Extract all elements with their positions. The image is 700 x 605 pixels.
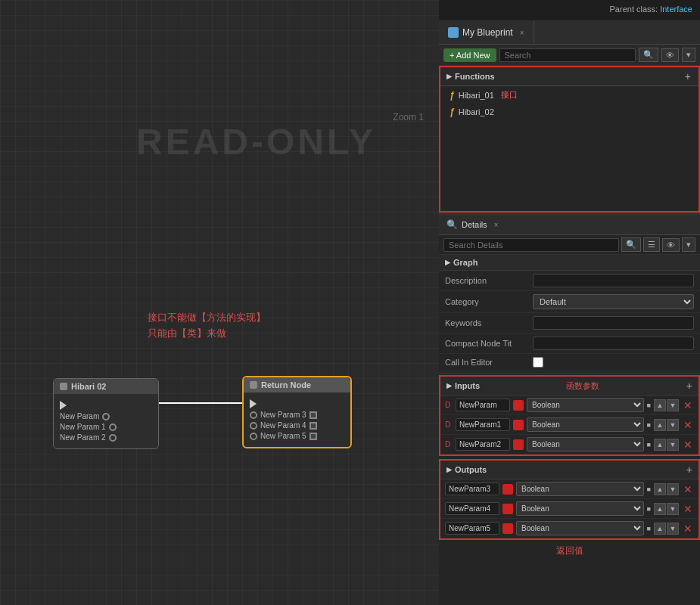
description-input[interactable] — [533, 274, 694, 287]
input-type-1[interactable]: Boolean — [527, 417, 644, 432]
output-param-0: Boolean ■ ▲ ▼ ✕ — [440, 479, 698, 499]
node-return[interactable]: Return Node New Param 3 New Param 4 New … — [242, 376, 352, 448]
add-new-button[interactable]: + Add New — [443, 48, 496, 62]
category-select[interactable]: Default — [533, 294, 694, 309]
outputs-add-button[interactable]: + — [686, 464, 692, 476]
output-down-0[interactable]: ▼ — [667, 483, 679, 495]
search-input[interactable] — [499, 48, 636, 62]
keywords-input[interactable] — [533, 316, 694, 330]
input-remove-2[interactable]: ✕ — [682, 439, 694, 451]
input-down-2[interactable]: ▼ — [667, 439, 679, 451]
input-indicator-0: ■ — [647, 402, 651, 409]
input-up-1[interactable]: ▲ — [654, 419, 666, 431]
details-search-row: 🔍 ☰ 👁 ▾ — [439, 235, 700, 255]
output-name-0[interactable] — [445, 482, 499, 495]
eye-icon-button[interactable]: 👁 — [661, 48, 679, 62]
output-arrows-2: ▲ ▼ — [654, 523, 679, 535]
input-remove-1[interactable]: ✕ — [682, 419, 694, 431]
functions-add-button[interactable]: + — [683, 70, 692, 82]
output-param-1: Boolean ■ ▲ ▼ ✕ — [440, 499, 698, 519]
input-down-1[interactable]: ▼ — [667, 419, 679, 431]
input-remove-0[interactable]: ✕ — [682, 399, 694, 411]
my-blueprint-tab-close[interactable]: × — [520, 29, 524, 37]
inputs-header[interactable]: ▶ Inputs 函数参数 + — [440, 377, 698, 396]
input-param-2: D Boolean ■ ▲ ▼ ✕ — [440, 435, 698, 455]
node-hibari02[interactable]: Hibari 02 New Param New Param 1 New Para… — [53, 378, 159, 449]
function-item-hibari02[interactable]: ƒ Hibari_02 — [440, 104, 698, 120]
functions-section: ▶ Functions + ƒ Hibari_01 接口 ƒ Hibari_02 — [439, 66, 700, 213]
pin-exec-in — [250, 399, 344, 408]
details-eye-button[interactable]: 👁 — [662, 238, 680, 252]
pin-circle-4 — [250, 422, 257, 430]
d-label-1: D — [445, 420, 453, 429]
input-arrows-1: ▲ ▼ — [654, 419, 679, 431]
output-type-2[interactable]: Boolean — [516, 521, 644, 535]
output-type-0[interactable]: Boolean — [516, 482, 644, 496]
output-down-1[interactable]: ▼ — [667, 503, 679, 515]
parent-class-link[interactable]: Interface — [660, 5, 692, 14]
pin-square-3 — [310, 411, 317, 419]
outputs-triangle: ▶ — [446, 466, 452, 473]
keywords-row: Keywords — [439, 313, 700, 334]
dropdown-button[interactable]: ▾ — [682, 48, 695, 62]
functions-title: ▶ Functions — [446, 72, 495, 81]
compact-node-row: Compact Node Tit — [439, 334, 700, 354]
pin-square-4 — [310, 422, 317, 430]
output-up-1[interactable]: ▲ — [654, 503, 666, 515]
pin-label-5: New Param 5 — [260, 432, 306, 440]
function-name-0: Hibari_01 — [459, 91, 494, 100]
pin-circle-2 — [109, 434, 117, 442]
details-tab-label: Details — [462, 220, 487, 229]
search-icon-button[interactable]: 🔍 — [639, 48, 658, 62]
input-name-1[interactable] — [456, 418, 510, 431]
type-color-1 — [513, 420, 524, 430]
type-color-0 — [513, 400, 524, 411]
top-bar: Parent class: Interface — [439, 0, 700, 21]
wire-connection — [0, 0, 439, 605]
input-arrows-0: ▲ ▼ — [654, 399, 679, 411]
call-in-editor-checkbox[interactable] — [533, 357, 543, 368]
output-up-2[interactable]: ▲ — [654, 523, 666, 535]
functions-header[interactable]: ▶ Functions + — [440, 67, 698, 86]
graph-triangle: ▶ — [445, 259, 450, 266]
call-in-editor-row: Call In Editor — [439, 354, 700, 371]
details-dropdown-button[interactable]: ▾ — [682, 237, 695, 252]
input-type-0[interactable]: Boolean — [527, 398, 644, 412]
parent-class-text: Parent class: Interface — [610, 5, 692, 14]
input-down-0[interactable]: ▼ — [667, 399, 679, 411]
compact-node-label: Compact Node Tit — [445, 339, 528, 348]
details-tab[interactable]: 🔍 Details × — [439, 215, 506, 234]
my-blueprint-tab-row: My Blueprint × — [439, 21, 700, 45]
input-type-2[interactable]: Boolean — [527, 437, 644, 451]
exec-pin-icon — [60, 401, 67, 410]
function-item-hibari01[interactable]: ƒ Hibari_01 接口 — [440, 86, 698, 104]
graph-section-header[interactable]: ▶ Graph — [439, 255, 700, 271]
inputs-add-button[interactable]: + — [686, 380, 692, 392]
output-down-2[interactable]: ▼ — [667, 523, 679, 535]
details-tab-row: 🔍 Details × — [439, 215, 700, 235]
node-return-header: Return Node — [244, 377, 350, 392]
my-blueprint-tab[interactable]: My Blueprint × — [439, 21, 534, 44]
details-list-button[interactable]: ☰ — [643, 237, 660, 252]
functions-triangle: ▶ — [446, 73, 452, 80]
inputs-title: ▶ Inputs — [446, 381, 480, 390]
output-remove-0[interactable]: ✕ — [682, 483, 694, 495]
outputs-header[interactable]: ▶ Outputs + — [440, 461, 698, 479]
input-name-2[interactable] — [456, 438, 510, 451]
input-name-0[interactable] — [456, 399, 510, 411]
input-up-2[interactable]: ▲ — [654, 439, 666, 451]
details-tab-close[interactable]: × — [494, 221, 499, 229]
input-indicator-2: ■ — [647, 441, 651, 448]
input-up-0[interactable]: ▲ — [654, 399, 666, 411]
output-up-0[interactable]: ▲ — [654, 483, 666, 495]
output-remove-1[interactable]: ✕ — [682, 503, 694, 515]
details-search-input[interactable] — [443, 238, 619, 252]
output-remove-2[interactable]: ✕ — [682, 523, 694, 535]
output-type-1[interactable]: Boolean — [516, 501, 644, 516]
output-indicator-1: ■ — [647, 505, 651, 513]
compact-node-input[interactable] — [533, 337, 694, 350]
output-name-2[interactable] — [445, 522, 499, 535]
details-search-button[interactable]: 🔍 — [621, 237, 641, 252]
output-name-1[interactable] — [445, 502, 499, 515]
my-blueprint-panel: My Blueprint × + Add New 🔍 👁 ▾ ▶ Functio… — [439, 21, 700, 213]
